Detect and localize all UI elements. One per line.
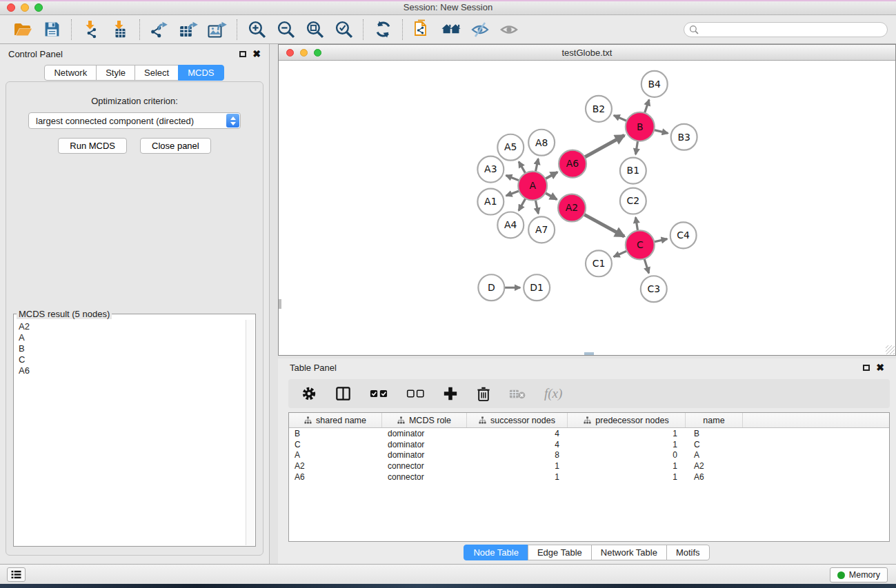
export-network-icon[interactable]: [145, 18, 174, 41]
select-all-checkboxes-icon[interactable]: [370, 389, 388, 398]
criterion-select[interactable]: largest connected component (directed): [28, 112, 241, 129]
tab-network-table[interactable]: Network Table: [591, 545, 667, 560]
edge-A6-B[interactable]: [582, 135, 624, 159]
function-builder-icon[interactable]: f(x): [544, 386, 562, 401]
canvas-horizontal-scroll-thumb[interactable]: [584, 352, 594, 355]
delete-table-icon[interactable]: [509, 389, 526, 399]
graph-node-label-C: C: [637, 239, 644, 250]
tab-motifs[interactable]: Motifs: [666, 545, 710, 560]
tab-node-table[interactable]: Node Table: [464, 545, 528, 560]
toolbar-separator: [71, 19, 72, 40]
graph-node-label-C4: C4: [677, 230, 690, 241]
deselect-all-checkboxes-icon[interactable]: [406, 389, 424, 398]
graph-node-label-A3: A3: [484, 163, 497, 174]
minimize-window-button[interactable]: [21, 3, 29, 12]
cell-name: A6: [686, 472, 743, 482]
table-row[interactable]: Bdominator41B: [289, 428, 889, 439]
task-history-button[interactable]: [7, 567, 26, 582]
home-layouts-icon[interactable]: [437, 18, 466, 41]
table-row[interactable]: A6connector11A6: [289, 472, 889, 483]
save-session-icon[interactable]: [37, 18, 66, 41]
column-header-name[interactable]: name: [686, 413, 743, 427]
graph-node-label-D1: D1: [530, 282, 544, 293]
import-network-icon[interactable]: [77, 18, 106, 41]
result-item[interactable]: A2: [19, 321, 241, 332]
edge-A2-C[interactable]: [581, 213, 624, 236]
export-image-icon[interactable]: [203, 18, 232, 41]
mcds-result-list[interactable]: A2ABCA6: [14, 320, 246, 545]
node-table[interactable]: shared nameMCDS rolesuccessor nodesprede…: [288, 412, 890, 542]
memory-button[interactable]: Memory: [830, 567, 888, 582]
column-header-shared-name[interactable]: shared name: [289, 413, 382, 427]
float-panel-icon[interactable]: [239, 51, 246, 57]
result-item[interactable]: A6: [19, 365, 241, 376]
cell-name: C: [686, 440, 743, 449]
export-table-icon[interactable]: [174, 18, 203, 41]
cell-MCDS-role: dominator: [382, 429, 467, 438]
zoom-network-window-button[interactable]: [314, 49, 321, 57]
zoom-fit-icon[interactable]: [300, 18, 329, 41]
cell-successor-nodes: 1: [467, 461, 568, 471]
window-controls: [7, 3, 43, 12]
show-all-eye-icon[interactable]: [495, 18, 524, 41]
column-header-filler: [743, 413, 889, 427]
select-stepper-icon[interactable]: [226, 114, 239, 128]
table-body: Bdominator41BCdominator41CAdominator80AA…: [289, 428, 889, 483]
close-panel-button[interactable]: Close panel: [140, 138, 211, 154]
run-mcds-button[interactable]: Run MCDS: [58, 138, 127, 154]
cell-MCDS-role: connector: [382, 472, 467, 482]
open-session-icon[interactable]: [8, 18, 37, 41]
close-table-panel-icon[interactable]: ✖: [876, 364, 884, 371]
control-panel-header: Control Panel ✖: [0, 44, 269, 63]
desktop-background: [0, 584, 896, 588]
refresh-icon[interactable]: [368, 18, 397, 41]
tab-edge-table[interactable]: Edge Table: [528, 545, 592, 560]
tab-network[interactable]: Network: [44, 65, 97, 81]
hierarchy-icon: [584, 416, 591, 424]
network-canvas[interactable]: AA1A2A3A4A5A6A7A8BB1B2B3B4CC1C2C3C4DD1: [279, 61, 895, 355]
canvas-vertical-scroll-thumb[interactable]: [279, 299, 281, 309]
copy-network-icon[interactable]: [408, 18, 437, 41]
cell-successor-nodes: 4: [467, 440, 568, 449]
tab-select[interactable]: Select: [135, 65, 179, 81]
cell-shared-name: A: [289, 450, 382, 460]
close-panel-icon[interactable]: ✖: [252, 50, 261, 57]
tab-mcds[interactable]: MCDS: [178, 65, 223, 81]
add-column-plus-icon[interactable]: [443, 386, 458, 401]
graph-node-label-C1: C1: [593, 258, 606, 269]
column-header-MCDS-role[interactable]: MCDS role: [382, 413, 467, 427]
graph-node-label-A5: A5: [504, 141, 517, 152]
cell-predecessor-nodes: 1: [568, 429, 686, 438]
hide-selected-eye-icon[interactable]: [466, 18, 495, 41]
table-row[interactable]: Cdominator41C: [289, 439, 889, 450]
zoom-window-button[interactable]: [34, 3, 43, 12]
table-options-gear-icon[interactable]: [301, 386, 317, 401]
column-header-successor-nodes[interactable]: successor nodes: [467, 413, 568, 427]
import-table-icon[interactable]: [106, 18, 135, 41]
search-input[interactable]: [699, 24, 882, 35]
table-panel-title: Table Panel: [290, 363, 337, 373]
result-item[interactable]: B: [19, 343, 241, 354]
tab-style[interactable]: Style: [96, 65, 135, 81]
split-panel-icon[interactable]: [335, 386, 351, 401]
minimize-network-window-button[interactable]: [300, 49, 308, 57]
global-search-field[interactable]: [684, 22, 888, 37]
graph-node-label-A6: A6: [566, 158, 579, 169]
column-header-predecessor-nodes[interactable]: predecessor nodes: [568, 413, 686, 427]
zoom-selected-icon[interactable]: [329, 18, 358, 41]
control-panel: Control Panel ✖ NetworkStyleSelectMCDS O…: [0, 44, 270, 564]
table-row[interactable]: A2connector11A2: [289, 460, 889, 472]
result-item[interactable]: A: [19, 332, 241, 343]
zoom-in-icon[interactable]: [242, 18, 271, 41]
result-item[interactable]: C: [19, 354, 241, 365]
network-graph[interactable]: AA1A2A3A4A5A6A7A8BB1B2B3B4CC1C2C3C4DD1: [279, 61, 895, 355]
zoom-out-icon[interactable]: [271, 18, 300, 41]
close-window-button[interactable]: [7, 3, 15, 12]
cell-MCDS-role: dominator: [382, 440, 467, 449]
window-resize-grip[interactable]: [886, 345, 895, 354]
close-network-window-button[interactable]: [286, 49, 294, 57]
delete-column-trash-icon[interactable]: [477, 386, 490, 402]
float-table-panel-icon[interactable]: [863, 365, 870, 371]
result-scrollbar[interactable]: [246, 320, 255, 545]
table-row[interactable]: Adominator80A: [289, 450, 889, 461]
